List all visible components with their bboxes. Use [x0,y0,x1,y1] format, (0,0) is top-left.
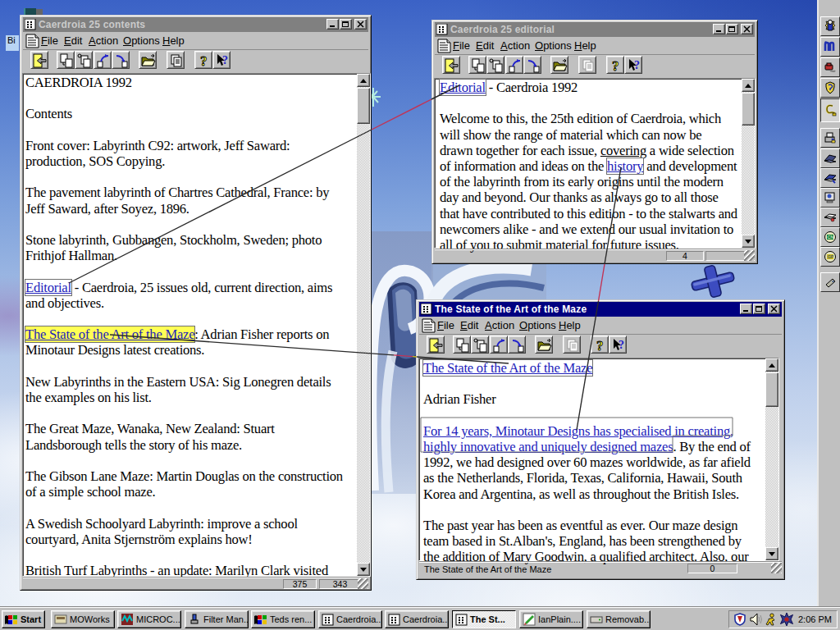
svg-text:?: ? [222,54,228,66]
svg-text:?: ? [619,339,624,351]
svg-text:?: ? [634,59,640,71]
svg-text:GP: GP [828,254,834,259]
svg-text:?: ? [596,338,604,354]
svg-text:?: ? [612,58,619,74]
svg-text:?: ? [200,53,208,69]
svg-text:CN: CN [828,235,834,240]
